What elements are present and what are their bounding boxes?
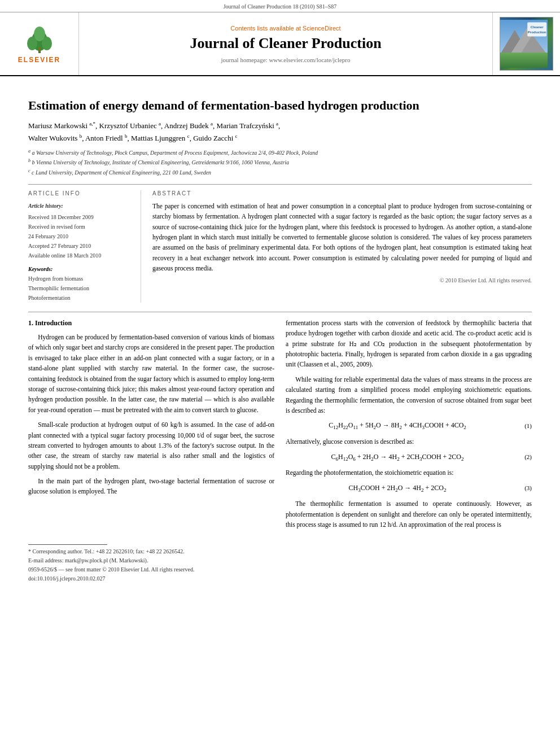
keywords-title: Keywords:: [28, 266, 132, 272]
svg-text:Production: Production: [528, 30, 546, 34]
article-title: Estimation of energy demand of fermentat…: [28, 98, 532, 114]
elsevier-logo: ELSEVIER: [8, 21, 71, 67]
sciencedirect-link: Contents lists available at ScienceDirec…: [230, 25, 340, 32]
svg-rect-11: [500, 53, 548, 68]
eq2-intro: Alternatively, glucose conversion is des…: [286, 436, 532, 447]
body-paragraph-2: Small-scale production at hydrogen outpu…: [28, 420, 274, 471]
article-info-heading: ARTICLE INFO: [28, 190, 132, 196]
journal-title-section: Contents lists available at ScienceDirec…: [79, 12, 492, 75]
abstract-text: The paper is concerned with estimation o…: [152, 201, 532, 274]
equation-2: C6H12O6 + 2H2O → 4H2 + 2CH3COOH + 2CO2 (…: [286, 452, 532, 464]
accepted-date: Accepted 27 February 2010: [28, 241, 132, 251]
journal-cover-section: Cleaner Production: [492, 12, 560, 75]
keyword-3: Photofermentation: [28, 293, 132, 303]
section1-title: 1. Introduction: [28, 318, 274, 329]
footnote-doi: doi:10.1016/j.jclepro.2010.02.027: [28, 574, 274, 583]
abstract-column: ABSTRACT The paper is concerned with est…: [152, 190, 532, 303]
equation-3-text: CH3COOH + 2H2O → 4H2 + 2CO2: [286, 483, 509, 495]
equation-3-number: (3): [509, 483, 532, 493]
divider: [28, 184, 532, 185]
svg-text:Cleaner: Cleaner: [531, 25, 544, 29]
received-date: Received 18 December 2009: [28, 212, 132, 222]
available-date: Available online 18 March 2010: [28, 251, 132, 260]
article-info-column: ARTICLE INFO Article history: Received 1…: [28, 190, 141, 303]
body-content: 1. Introduction Hydrogen can be produced…: [28, 318, 532, 583]
svg-point-4: [34, 27, 45, 41]
elsevier-logo-section: ELSEVIER: [0, 12, 79, 75]
journal-reference: Journal of Cleaner Production 18 (2010) …: [0, 0, 560, 12]
equation-1-number: (1): [509, 421, 532, 431]
main-content: Estimation of energy demand of fermentat…: [0, 76, 560, 595]
article-history: Article history: Received 18 December 20…: [28, 201, 132, 260]
svg-rect-12: [527, 22, 546, 36]
revised-date: 24 February 2010: [28, 231, 132, 241]
abstract-heading: ABSTRACT: [152, 190, 532, 196]
page: Journal of Cleaner Production 18 (2010) …: [0, 0, 560, 747]
footnote-issn: 0959-6526/$ — see front matter © 2010 El…: [28, 565, 274, 574]
authors: Mariusz Markowski a,*, Krzysztof Urbanie…: [28, 120, 532, 145]
elsevier-tree-icon: [20, 24, 59, 55]
body-right-column: fermentation process starts with the con…: [286, 318, 532, 583]
received-revised-label: Received in revised form: [28, 222, 132, 231]
body-paragraph-1: Hydrogen can be produced by fermentation…: [28, 332, 274, 415]
body-right-paragraph-2: While waiting for reliable experimental …: [286, 374, 532, 416]
equation-1: C12H22O11 + 5H2O → 8H2 + 4CH3COOH + 4CO2…: [286, 420, 532, 432]
body-right-paragraph-after-eq: The thermophilic fermentation is assumed…: [286, 499, 532, 530]
equation-3: CH3COOH + 2H2O → 4H2 + 2CO2 (3): [286, 483, 532, 495]
equation-2-number: (2): [509, 452, 532, 462]
cover-illustration: Cleaner Production: [500, 20, 550, 68]
journal-cover-image: Cleaner Production: [500, 17, 553, 71]
history-title: Article history:: [28, 201, 132, 211]
journal-title: Journal of Cleaner Production: [190, 35, 381, 52]
journal-header: ELSEVIER Contents lists available at Sci…: [0, 12, 560, 76]
footnote-divider: [28, 544, 107, 545]
footnote-corresponding: * Corresponding author. Tel.: +48 22 262…: [28, 547, 274, 556]
keywords-section: Keywords: Hydrogen from biomass Thermoph…: [28, 266, 132, 303]
article-info-abstract: ARTICLE INFO Article history: Received 1…: [28, 190, 532, 303]
keyword-1: Hydrogen from biomass: [28, 274, 132, 283]
journal-ref-text: Journal of Cleaner Production 18 (2010) …: [224, 3, 337, 10]
eq3-intro: Regarding the photofermentation, the sto…: [286, 468, 532, 478]
equation-2-text: C6H12O6 + 2H2O → 4H2 + 2CH3COOH + 2CO2: [286, 452, 509, 464]
copyright: © 2010 Elsevier Ltd. All rights reserved…: [152, 277, 532, 283]
body-paragraph-3: In the main part of the hydrogen plant, …: [28, 476, 274, 497]
body-right-paragraph-1: fermentation process starts with the con…: [286, 318, 532, 370]
affiliations: a a Warsaw University of Technology, Pło…: [28, 148, 532, 177]
equation-1-text: C12H22O11 + 5H2O → 8H2 + 4CH3COOH + 4CO2: [286, 420, 509, 432]
svg-rect-6: [39, 50, 40, 53]
divider-2: [28, 312, 532, 312]
footnote-email: E-mail address: mark@pw.plock.pl (M. Mar…: [28, 556, 274, 565]
svg-point-5: [38, 47, 41, 50]
body-left-column: 1. Introduction Hydrogen can be produced…: [28, 318, 274, 583]
keyword-2: Thermophilic fermentation: [28, 283, 132, 293]
journal-homepage: journal homepage: www.elsevier.com/locat…: [221, 56, 351, 63]
elsevier-wordmark: ELSEVIER: [18, 56, 60, 64]
